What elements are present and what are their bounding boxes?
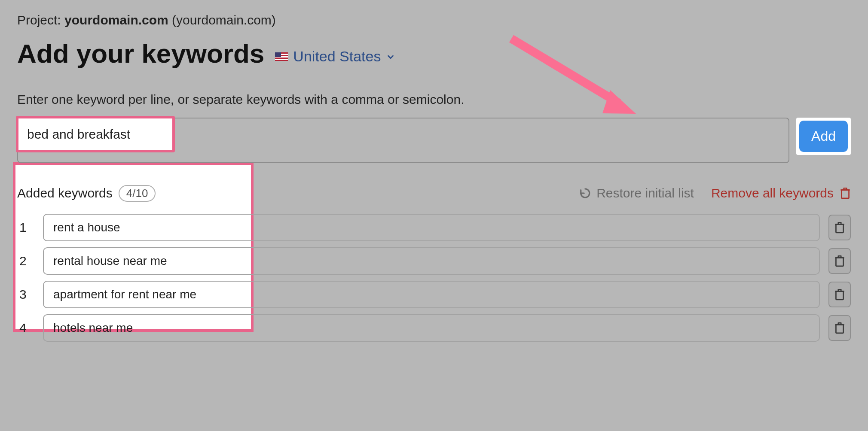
keyword-item-input[interactable]: rent a house <box>43 214 820 241</box>
remove-all-keywords[interactable]: Remove all keywords <box>711 186 851 200</box>
delete-keyword-button[interactable] <box>828 248 851 274</box>
keyword-item-input[interactable]: hotels near me <box>43 314 820 342</box>
us-flag-icon <box>275 52 288 61</box>
delete-keyword-button[interactable] <box>828 315 851 341</box>
row-number: 1 <box>17 220 34 235</box>
keyword-item-input[interactable]: rental house near me <box>43 247 820 275</box>
keyword-row: 2 rental house near me <box>17 247 851 275</box>
keyword-input[interactable]: bed and breakfast <box>16 116 175 152</box>
row-number: 3 <box>17 287 34 302</box>
add-button-highlight: Add <box>796 118 851 155</box>
add-button[interactable]: Add <box>799 121 848 152</box>
restore-initial-list[interactable]: Restore initial list <box>579 186 694 200</box>
project-domain-paren: (yourdomain.com) <box>172 13 276 27</box>
project-line: Project: yourdomain.com (yourdomain.com) <box>17 13 851 27</box>
svg-rect-0 <box>841 190 849 198</box>
added-keywords-label: Added keywords <box>17 186 113 200</box>
keyword-row: 1 rent a house <box>17 214 851 241</box>
row-number: 2 <box>17 254 34 268</box>
project-label: Project: <box>17 13 61 27</box>
undo-icon <box>579 187 592 200</box>
keyword-textarea-wrap[interactable]: bed and breakfast <box>17 118 789 163</box>
country-selector[interactable]: United States <box>275 48 395 65</box>
project-domain: yourdomain.com <box>64 13 168 27</box>
page-title: Add your keywords <box>17 38 264 69</box>
trash-icon <box>834 221 845 234</box>
trash-icon <box>834 255 845 267</box>
trash-icon <box>834 288 845 301</box>
keyword-row: 4 hotels near me <box>17 314 851 342</box>
remove-all-label: Remove all keywords <box>711 186 834 200</box>
trash-icon <box>834 322 845 334</box>
delete-keyword-button[interactable] <box>828 215 851 240</box>
delete-keyword-button[interactable] <box>828 282 851 307</box>
keyword-row: 3 apartment for rent near me <box>17 281 851 308</box>
keyword-item-input[interactable]: apartment for rent near me <box>43 281 820 308</box>
country-name: United States <box>293 48 381 65</box>
svg-rect-4 <box>836 325 843 333</box>
svg-rect-2 <box>836 258 843 266</box>
row-number: 4 <box>17 321 34 335</box>
chevron-down-icon <box>386 52 395 61</box>
svg-rect-3 <box>836 291 843 300</box>
restore-label: Restore initial list <box>596 186 694 200</box>
trash-icon <box>840 187 851 200</box>
keyword-count-pill: 4/10 <box>119 185 156 202</box>
svg-rect-1 <box>836 225 843 233</box>
instructions-text: Enter one keyword per line, or separate … <box>17 92 851 107</box>
